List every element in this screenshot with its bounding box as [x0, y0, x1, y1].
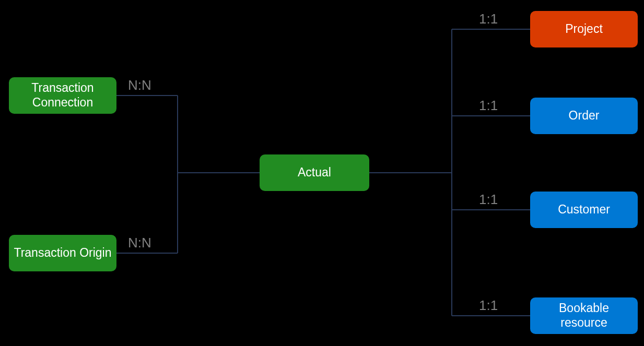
node-project: Project [530, 11, 638, 47]
label-one-bookable: 1:1 [479, 297, 498, 314]
label-one-customer: 1:1 [479, 192, 498, 208]
node-bookable-resource: Bookable resource [530, 297, 638, 334]
label-one-order: 1:1 [479, 98, 498, 114]
label-one-project: 1:1 [479, 11, 498, 27]
node-customer: Customer [530, 192, 638, 228]
node-transaction-origin: Transaction Origin [9, 235, 116, 271]
label-nn-bottom: N:N [128, 235, 151, 251]
node-order: Order [530, 98, 638, 134]
label-nn-top: N:N [128, 77, 151, 93]
node-actual: Actual [260, 154, 369, 191]
node-transaction-connection: Transaction Connection [9, 77, 116, 114]
